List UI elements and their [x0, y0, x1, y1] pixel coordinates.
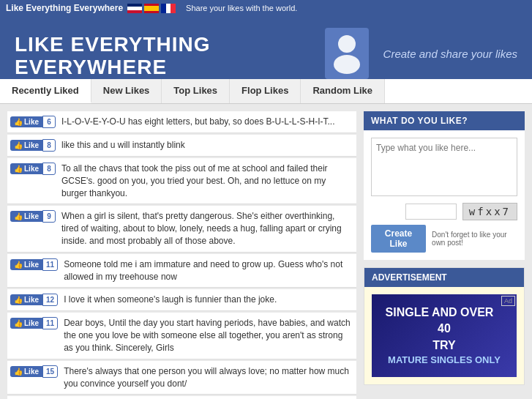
thumbs-up-icon: 👍: [14, 165, 23, 173]
tab-flop-likes[interactable]: Flop Likes: [230, 79, 301, 103]
svg-point-1: [334, 55, 360, 74]
like-count: 6: [42, 116, 56, 128]
like-text: To all the chavs that took the piss out …: [61, 163, 353, 199]
like-text: There's always that one person you will …: [64, 365, 353, 390]
tab-random-like[interactable]: Random Like: [301, 79, 385, 103]
avatar-icon: [332, 34, 361, 74]
list-item: 👍 Like 9 when im bored i paint myself or…: [7, 396, 356, 399]
create-like-body: wfxx7 Create Like Don't forget to like y…: [364, 130, 525, 260]
create-like-section: WHAT DO YOU LIKE? wfxx7 Create Like Don'…: [364, 111, 525, 260]
like-button-2[interactable]: 👍 Like 8: [10, 163, 56, 175]
captcha-image: wfxx7: [462, 203, 517, 220]
tab-top-likes[interactable]: Top Likes: [162, 79, 230, 103]
top-tagline: Share your likes with the world.: [186, 4, 297, 12]
fb-like-icon[interactable]: 👍 Like: [10, 116, 42, 127]
like-label: Like: [24, 141, 39, 149]
flag-es-icon[interactable]: [144, 4, 159, 13]
like-text: When a girl is silent, that's pretty dan…: [61, 210, 353, 247]
like-button-5[interactable]: 👍 Like 12: [10, 294, 58, 306]
like-count: 11: [42, 317, 58, 329]
ad-banner[interactable]: SINGLE AND OVER 40 TRY MATURE SINGLES ON…: [372, 294, 517, 377]
tab-new-likes[interactable]: New Likes: [91, 79, 162, 103]
like-label: Like: [24, 296, 39, 304]
tab-recently-liked[interactable]: Recently Liked: [0, 79, 91, 103]
like-count: 11: [42, 258, 58, 271]
flags: [127, 4, 176, 13]
like-button-7[interactable]: 👍 Like 15: [10, 365, 58, 378]
what-header: WHAT DO YOU LIKE?: [364, 111, 525, 130]
avatar-area: Create and share your likes: [325, 28, 517, 79]
thumbs-up-icon: 👍: [14, 118, 23, 126]
create-like-row: Create Like Don't forget to like your ow…: [371, 225, 517, 253]
svg-point-0: [338, 35, 356, 53]
logo-section: LIKE EVERYTHING EVERYWHERE: [15, 34, 211, 79]
like-button-4[interactable]: 👍 Like 11: [10, 258, 58, 271]
fb-like-icon[interactable]: 👍 Like: [10, 318, 42, 329]
thumbs-up-icon: 👍: [14, 141, 23, 149]
thumbs-up-icon: 👍: [14, 212, 23, 220]
fb-like-icon[interactable]: 👍 Like: [10, 140, 42, 151]
ad-header: ADVERTISEMENT: [364, 268, 524, 287]
nav-tabs: Recently Liked New Likes Top Likes Flop …: [0, 79, 532, 104]
like-text: I love it when someone's laugh is funnie…: [64, 294, 353, 306]
like-button-3[interactable]: 👍 Like 9: [10, 210, 56, 223]
like-label: Like: [24, 165, 39, 173]
like-label: Like: [24, 261, 39, 269]
thumbs-up-icon: 👍: [14, 261, 23, 269]
main-content: 👍 Like 6 I-L-O-V-E-Y-O-U has eight lette…: [0, 104, 532, 399]
avatar: [325, 28, 369, 79]
list-item: 👍 Like 15 There's always that one person…: [7, 361, 356, 395]
like-count: 12: [42, 294, 58, 306]
likes-list: 👍 Like 6 I-L-O-V-E-Y-O-U has eight lette…: [7, 111, 364, 399]
like-button-0[interactable]: 👍 Like 6: [10, 116, 56, 128]
ad-line2: TRY: [379, 338, 509, 354]
flag-uk-icon[interactable]: [127, 4, 142, 13]
ad-tag: Ad: [501, 296, 515, 306]
fb-like-icon[interactable]: 👍 Like: [10, 294, 42, 305]
ad-line3: MATURE SINGLES ONLY: [379, 354, 509, 367]
list-item: 👍 Like 6 I-L-O-V-E-Y-O-U has eight lette…: [7, 111, 356, 133]
thumbs-up-icon: 👍: [14, 319, 23, 327]
like-count: 8: [42, 163, 56, 175]
like-text: Dear boys, Until the day you start havin…: [64, 317, 353, 354]
header-tagline: Create and share your likes: [383, 48, 517, 60]
site-title: LIKE EVERYTHING EVERYWHERE: [15, 34, 211, 79]
like-text: Someone told me i am immature and need t…: [64, 258, 353, 283]
header: LIKE EVERYTHING EVERYWHERE Create and sh…: [0, 16, 532, 79]
list-item: 👍 Like 9 When a girl is silent, that's p…: [7, 206, 356, 252]
like-button-6[interactable]: 👍 Like 11: [10, 317, 58, 329]
captcha-input[interactable]: [405, 204, 457, 220]
like-count: 8: [42, 139, 56, 152]
top-bar: Like Everything Everywhere Share your li…: [0, 0, 532, 16]
fb-like-icon[interactable]: 👍 Like: [10, 211, 42, 222]
create-like-button[interactable]: Create Like: [371, 225, 426, 253]
like-label: Like: [24, 212, 39, 220]
like-label: Like: [24, 118, 39, 126]
list-item: 👍 Like 12 I love it when someone's laugh…: [7, 289, 356, 311]
like-textarea[interactable]: [371, 138, 517, 196]
like-count: 9: [42, 210, 56, 223]
fb-like-icon[interactable]: 👍 Like: [10, 163, 42, 174]
flag-fr-icon[interactable]: [161, 4, 176, 13]
fb-like-icon[interactable]: 👍 Like: [10, 366, 42, 377]
ad-section: ADVERTISEMENT Ad SINGLE AND OVER 40 TRY …: [364, 267, 525, 385]
ad-body: Ad SINGLE AND OVER 40 TRY MATURE SINGLES…: [364, 287, 524, 384]
captcha-row: wfxx7: [371, 203, 517, 220]
create-like-hint: Don't forget to like your own post!: [432, 231, 517, 247]
like-label: Like: [24, 319, 39, 327]
list-item: 👍 Like 8 like this and u will instantly …: [7, 135, 356, 157]
right-sidebar: WHAT DO YOU LIKE? wfxx7 Create Like Don'…: [364, 111, 525, 399]
list-item: 👍 Like 8 To all the chavs that took the …: [7, 158, 356, 204]
like-text: like this and u will instantly blink: [61, 139, 353, 152]
like-button-1[interactable]: 👍 Like 8: [10, 139, 56, 152]
like-text: I-L-O-V-E-Y-O-U has eight letters, but b…: [61, 116, 353, 128]
fb-like-icon[interactable]: 👍 Like: [10, 259, 42, 270]
list-item: 👍 Like 11 Dear boys, Until the day you s…: [7, 313, 356, 359]
list-item: 👍 Like 11 Someone told me i am immature …: [7, 254, 356, 288]
ad-line1: SINGLE AND OVER 40: [379, 305, 509, 338]
like-label: Like: [24, 368, 39, 376]
thumbs-up-icon: 👍: [14, 296, 23, 304]
thumbs-up-icon: 👍: [14, 368, 23, 376]
like-count: 15: [42, 365, 58, 378]
site-name: Like Everything Everywhere: [6, 3, 123, 13]
